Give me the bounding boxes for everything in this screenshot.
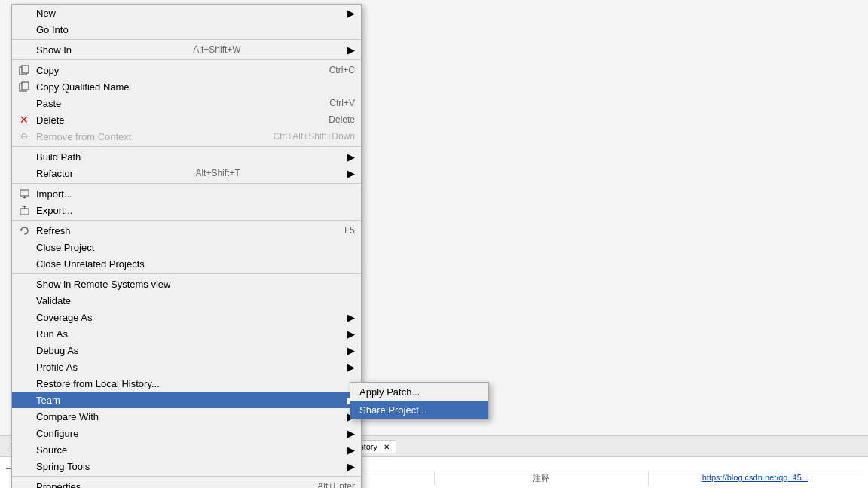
run-as-arrow: ▶: [332, 328, 355, 340]
refresh-label: Refresh: [36, 225, 71, 236]
menu-item-paste[interactable]: Paste Ctrl+V: [12, 95, 361, 111]
spring-tools-label: Spring Tools: [36, 461, 90, 472]
refactor-arrow: ▶: [332, 168, 355, 179]
separator-1: [12, 39, 361, 40]
copy-qualified-icon: [18, 81, 30, 93]
copy-qualified-label: Copy Qualified Name: [36, 81, 130, 93]
remove-context-shortcut: Ctrl+Alt+Shift+Down: [243, 131, 355, 142]
compare-with-label: Compare With: [36, 411, 99, 422]
menu-item-compare-with[interactable]: Compare With ▶: [12, 408, 361, 425]
run-as-label: Run As: [36, 328, 68, 340]
svg-rect-1: [22, 66, 29, 73]
remove-icon: ⊖: [18, 130, 30, 142]
menu-item-go-into[interactable]: Go Into: [12, 21, 361, 38]
configure-arrow: ▶: [332, 428, 355, 439]
svg-rect-7: [20, 209, 29, 215]
menu-item-profile-as[interactable]: Profile As ▶: [12, 358, 361, 375]
svg-marker-6: [22, 197, 26, 199]
export-icon: [18, 204, 30, 216]
menu-item-copy[interactable]: Copy Ctrl+C: [12, 62, 361, 78]
submenu-share-project[interactable]: Share Project...: [350, 401, 488, 419]
menu-item-team[interactable]: Team ▶: [12, 392, 361, 408]
menu-item-import[interactable]: Import...: [12, 185, 361, 202]
show-in-label: Show In: [36, 44, 72, 56]
menu-item-refactor[interactable]: Refactor Alt+Shift+T ▶: [12, 165, 361, 181]
properties-shortcut: Alt+Enter: [287, 481, 355, 488]
separator-5: [12, 220, 361, 221]
menu-item-source[interactable]: Source ▶: [12, 441, 361, 458]
context-menu: New ▶ Go Into Show In Alt+Shift+W ▶ Copy…: [11, 4, 362, 488]
menu-item-delete[interactable]: ✕ Delete Delete: [12, 111, 361, 128]
paste-shortcut: Ctrl+V: [299, 98, 355, 108]
go-into-label: Go Into: [36, 24, 69, 35]
menu-item-close-project[interactable]: Close Project: [12, 239, 361, 255]
properties-label: Properties: [36, 481, 81, 489]
separator-6: [12, 273, 361, 274]
debug-as-label: Debug As: [36, 345, 78, 356]
note-column: 注释: [435, 471, 649, 486]
paste-label: Paste: [36, 98, 61, 109]
copy-shortcut: Ctrl+C: [299, 65, 355, 75]
source-arrow: ▶: [332, 444, 355, 456]
profile-as-arrow: ▶: [332, 361, 355, 373]
submenu-apply-patch[interactable]: Apply Patch...: [350, 383, 488, 401]
menu-item-properties[interactable]: Properties Alt+Enter: [12, 478, 361, 488]
menu-item-validate[interactable]: Validate: [12, 292, 361, 309]
apply-patch-label: Apply Patch...: [359, 386, 420, 398]
show-remote-label: Show in Remote Systems view: [36, 279, 170, 290]
menu-item-run-as[interactable]: Run As ▶: [12, 325, 361, 342]
new-arrow: ▶: [332, 8, 355, 19]
menu-item-show-in[interactable]: Show In Alt+Shift+W ▶: [12, 41, 361, 58]
menu-item-restore-history[interactable]: Restore from Local History...: [12, 375, 361, 392]
configure-label: Configure: [36, 428, 78, 439]
close-unrelated-label: Close Unrelated Projects: [36, 258, 145, 270]
validate-label: Validate: [36, 295, 71, 307]
menu-item-close-unrelated[interactable]: Close Unrelated Projects: [12, 255, 361, 272]
separator-2: [12, 59, 361, 60]
menu-item-configure[interactable]: Configure ▶: [12, 425, 361, 441]
build-path-label: Build Path: [36, 151, 81, 163]
share-project-label: Share Project...: [359, 404, 427, 416]
menu-item-spring-tools[interactable]: Spring Tools ▶: [12, 458, 361, 474]
show-in-shortcut: Alt+Shift+W: [163, 44, 240, 55]
show-in-arrow: ▶: [332, 44, 355, 56]
separator-3: [12, 146, 361, 147]
menu-item-coverage-as[interactable]: Coverage As ▶: [12, 309, 361, 325]
separator-7: [12, 476, 361, 477]
import-label: Import...: [36, 188, 72, 200]
build-path-arrow: ▶: [332, 151, 355, 163]
menu-item-new[interactable]: New ▶: [12, 5, 361, 21]
close-project-label: Close Project: [36, 242, 94, 253]
coverage-as-label: Coverage As: [36, 312, 92, 323]
menu-item-debug-as[interactable]: Debug As ▶: [12, 342, 361, 358]
refresh-shortcut: F5: [314, 225, 355, 236]
delete-label: Delete: [36, 114, 65, 126]
delete-shortcut: Delete: [298, 114, 355, 125]
restore-history-label: Restore from Local History...: [36, 378, 160, 389]
export-label: Export...: [36, 205, 72, 216]
menu-item-export[interactable]: Export...: [12, 202, 361, 218]
svg-rect-4: [20, 190, 29, 196]
svg-rect-3: [22, 82, 29, 90]
copy-label: Copy: [36, 65, 59, 76]
source-label: Source: [36, 444, 67, 456]
delete-icon: ✕: [18, 114, 30, 126]
menu-item-show-remote[interactable]: Show in Remote Systems view: [12, 276, 361, 292]
menu-item-refresh[interactable]: Refresh F5: [12, 222, 361, 239]
separator-4: [12, 183, 361, 184]
copy-icon: [18, 64, 30, 76]
menu-item-copy-qualified[interactable]: Copy Qualified Name: [12, 78, 361, 95]
blog-link[interactable]: https://blog.csdn.net/qq_45...: [649, 471, 862, 486]
refactor-label: Refactor: [36, 168, 73, 179]
debug-as-arrow: ▶: [332, 345, 355, 356]
coverage-as-arrow: ▶: [332, 312, 355, 323]
svg-marker-9: [22, 206, 26, 207]
refresh-icon: [18, 224, 30, 236]
spring-tools-arrow: ▶: [332, 461, 355, 472]
refactor-shortcut: Alt+Shift+T: [165, 168, 240, 178]
menu-item-build-path[interactable]: Build Path ▶: [12, 148, 361, 165]
history-tab-close[interactable]: ✕: [384, 443, 390, 451]
profile-as-label: Profile As: [36, 361, 78, 373]
menu-item-remove-context[interactable]: ⊖ Remove from Context Ctrl+Alt+Shift+Dow…: [12, 128, 361, 145]
import-icon: [18, 188, 30, 200]
